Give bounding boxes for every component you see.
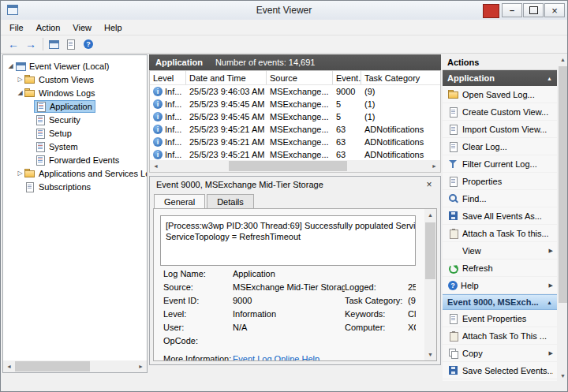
event-log-online-help-link[interactable]: Event Log Online Help [233, 354, 320, 361]
action-filter-current-log[interactable]: Filter Current Log... [443, 155, 557, 173]
table-row[interactable]: iInf... 25/5/23 9:45:21 AM MSExchange...… [150, 123, 440, 136]
action-find[interactable]: Find... [443, 190, 557, 207]
scroll-right-button[interactable]: ► [428, 160, 440, 172]
chevron-expanded-icon[interactable]: ◢ [16, 89, 24, 96]
scroll-up-button[interactable]: ▲ [558, 54, 568, 65]
actions-section-event-9000[interactable]: Event 9000, MSExch... ▲ [443, 294, 557, 310]
maximize-button[interactable] [523, 3, 544, 17]
scroll-down-button[interactable]: ▼ [424, 349, 436, 360]
scrollbar-thumb[interactable] [229, 161, 347, 171]
action-label: View [462, 246, 547, 256]
collapse-icon[interactable]: ▲ [547, 76, 552, 81]
minimize-button[interactable]: – [502, 3, 522, 17]
export-list-button[interactable] [64, 37, 81, 52]
action-properties[interactable]: Properties [443, 173, 557, 190]
red-indicator-button[interactable] [483, 4, 499, 18]
tree-item-windows-logs[interactable]: ◢ Windows Logs [3, 86, 147, 99]
tree-horizontal-scrollbar[interactable]: ◄ ► [3, 360, 147, 372]
help-button[interactable]: ? [81, 37, 99, 52]
back-button[interactable]: ← [5, 37, 22, 52]
column-header-source[interactable]: Source [267, 71, 333, 84]
tree-item-application[interactable]: Application [3, 99, 147, 113]
tree-item-forwarded-events[interactable]: Forwarded Events [3, 153, 147, 166]
forward-button[interactable]: → [22, 37, 39, 52]
cell-datetime: 25/5/23 9:45:45 AM [186, 112, 267, 121]
scroll-left-button[interactable]: ◄ [150, 160, 162, 172]
information-icon: i [153, 150, 163, 159]
section-title: Event 9000, MSExch... [447, 297, 539, 307]
event-id-value: 9000 [233, 296, 345, 305]
tree-item-event-viewer-local[interactable]: ◢ Event Viewer (Local) [3, 59, 147, 73]
cell-source: MSExchange... [267, 137, 333, 147]
menu-help[interactable]: Help [98, 21, 129, 34]
actions-vertical-scrollbar[interactable]: ▲ ▼ [558, 54, 568, 381]
tree-item-system[interactable]: System [3, 140, 147, 153]
filter-icon [448, 159, 459, 169]
tab-general[interactable]: General [154, 194, 205, 208]
menu-view[interactable]: View [66, 21, 98, 34]
column-header-level[interactable]: Level [150, 71, 186, 84]
event-properties-icon [448, 314, 459, 323]
scrollbar-track[interactable] [15, 360, 135, 372]
action-attach-a-task[interactable]: Attach a Task To this... [443, 225, 557, 242]
table-row[interactable]: iInf... 25/5/23 9:46:03 AM MSExchange...… [150, 85, 440, 98]
action-create-custom-view[interactable]: Create Custom View... [443, 103, 557, 121]
action-label: Refresh [462, 263, 553, 273]
cell-level: Inf... [165, 125, 181, 134]
table-row[interactable]: iInf... 25/5/23 9:45:21 AM MSExchange...… [150, 148, 440, 161]
tree-item-custom-views[interactable]: ▷ Custom Views [3, 73, 147, 86]
action-help[interactable]: ? Help ▶ [443, 277, 557, 294]
action-label: Import Custom View... [462, 125, 553, 134]
results-pane: Application Number of events: 14,691 Lev… [149, 54, 441, 373]
action-save-all-events-as[interactable]: Save All Events As... [443, 207, 557, 225]
menu-file[interactable]: File [3, 21, 30, 34]
tree-item-security[interactable]: Security [3, 113, 147, 126]
submenu-arrow-icon: ▶ [549, 282, 553, 289]
scroll-down-button[interactable]: ▼ [558, 371, 568, 381]
scrollbar-thumb[interactable] [425, 222, 435, 279]
close-button[interactable]: × [544, 3, 565, 17]
chevron-collapsed-icon[interactable]: ▷ [16, 170, 24, 177]
table-horizontal-scrollbar[interactable]: ◄ ► [150, 160, 440, 172]
console-tree-button[interactable] [47, 37, 64, 52]
detail-close-button[interactable]: × [423, 179, 435, 190]
chevron-expanded-icon[interactable]: ◢ [6, 62, 15, 69]
event-message-box[interactable]: [Process:w3wp PID:300 Thread:69] Success… [160, 215, 416, 266]
tab-details[interactable]: Details [207, 194, 254, 208]
action-refresh[interactable]: Refresh [443, 259, 557, 277]
menu-action[interactable]: Action [30, 21, 67, 34]
table-row[interactable]: iInf... 25/5/23 9:45:45 AM MSExchange...… [150, 98, 440, 110]
scrollbar-track[interactable] [162, 160, 428, 172]
action-label: Event Properties [462, 314, 553, 323]
tree-item-subscriptions[interactable]: Subscriptions [3, 180, 147, 193]
tree-item-applications-and-services[interactable]: ▷ Applications and Services Lo [3, 166, 147, 180]
scrollbar-thumb[interactable] [15, 361, 90, 371]
action-event-properties[interactable]: Event Properties [443, 310, 557, 327]
column-header-event[interactable]: Event... [333, 71, 361, 84]
action-refresh-event[interactable]: Refresh [443, 379, 557, 381]
event-table: Level Date and Time Source Event... Task… [149, 70, 441, 173]
cell-level: Inf... [165, 150, 181, 159]
action-copy[interactable]: Copy ▶ [443, 345, 557, 362]
table-row[interactable]: iInf... 25/5/23 9:45:21 AM MSExchange...… [150, 136, 440, 148]
chevron-collapsed-icon[interactable]: ▷ [16, 76, 24, 83]
collapse-icon[interactable]: ▲ [547, 300, 552, 305]
action-clear-log[interactable]: Clear Log... [443, 138, 557, 155]
action-view[interactable]: View ▶ [443, 242, 557, 259]
scroll-right-button[interactable]: ► [135, 360, 147, 372]
actions-section-application[interactable]: Application ▲ [443, 70, 557, 86]
table-row[interactable]: iInf... 25/5/23 9:45:45 AM MSExchange...… [150, 110, 440, 123]
scrollbar-thumb[interactable] [559, 66, 567, 303]
column-header-task[interactable]: Task Category [361, 71, 440, 84]
action-open-saved-log[interactable]: Open Saved Log... [443, 86, 557, 103]
tree-item-setup[interactable]: Setup [3, 126, 147, 140]
actions-pane-title: Actions [443, 54, 557, 70]
detail-vertical-scrollbar[interactable]: ▲ ▼ [424, 209, 436, 360]
action-attach-task-to-this[interactable]: Attach Task To This ... [443, 327, 557, 345]
scroll-up-button[interactable]: ▲ [424, 209, 436, 221]
scroll-left-button[interactable]: ◄ [3, 360, 15, 372]
action-import-custom-view[interactable]: Import Custom View... [443, 121, 557, 138]
tree: ◢ Event Viewer (Local) ▷ Custom Views ◢ … [3, 59, 147, 360]
column-header-date[interactable]: Date and Time [186, 71, 267, 84]
action-save-selected-events[interactable]: Save Selected Events... [443, 362, 557, 379]
